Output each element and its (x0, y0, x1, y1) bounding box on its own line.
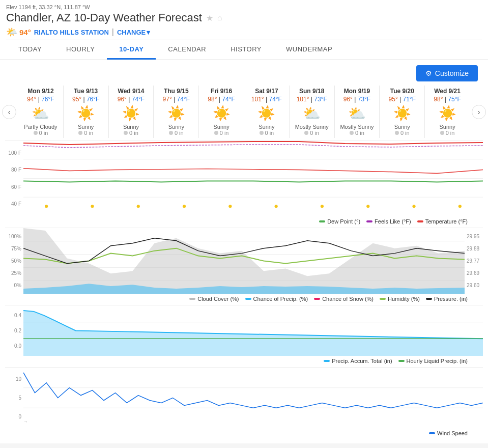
weather-icon: 🌤️ (6, 26, 17, 38)
day-temps: 101° | 74°F (245, 96, 288, 103)
temperature-chart-section: 100 F 80 F 60 F 40 F (0, 140, 488, 227)
precip-dot (124, 131, 128, 135)
day-desc: Sunny (426, 124, 469, 130)
precip-dot (34, 131, 38, 135)
day-precip: 0 in (65, 130, 107, 136)
tab-history[interactable]: HISTORY (218, 40, 274, 60)
day-desc: Sunny (65, 124, 107, 130)
day-col-4: Fri 9/16 98° | 74°F ☀️ Sunny 0 in (198, 86, 244, 138)
legend-color (319, 220, 325, 222)
day-col-9: Wed 9/21 98° | 75°F ☀️ Sunny 0 in (424, 86, 470, 138)
gear-icon: ⚙ (425, 69, 432, 77)
temp-y-axis: 100 F 80 F 60 F 40 F (5, 141, 23, 216)
precip-dot (395, 131, 399, 135)
svg-point-12 (458, 205, 462, 208)
day-desc: Sunny (110, 124, 153, 130)
legend-color (324, 360, 330, 362)
day-temps: 98° | 74°F (200, 96, 243, 103)
tab-hourly[interactable]: HOURLY (54, 40, 107, 60)
forecast-days: Mon 9/12 94° | 76°F ⛅ Partly Cloudy 0 in… (0, 86, 488, 138)
next-arrow[interactable]: › (472, 105, 486, 119)
day-col-0: Mon 9/12 94° | 76°F ⛅ Partly Cloudy 0 in (18, 86, 63, 138)
day-temps: 94° | 76°F (19, 96, 62, 103)
wind-chart-svg: → (23, 368, 483, 428)
chevron-down-icon: ▾ (147, 29, 150, 36)
legend-color (366, 220, 372, 222)
customize-button[interactable]: ⚙ Customize (416, 65, 478, 81)
day-icon: ☀️ (155, 105, 197, 122)
svg-point-6 (183, 205, 186, 208)
day-desc: Mostly Sunny (336, 124, 379, 130)
day-desc: Sunny (155, 124, 197, 130)
precip-dot (214, 131, 218, 135)
legend-item: Cloud Cover (%) (189, 296, 239, 302)
day-precip: 0 in (155, 130, 197, 136)
day-icon: ⛅ (291, 105, 333, 122)
svg-point-9 (321, 205, 324, 208)
day-icon: ☀️ (200, 105, 243, 122)
day-col-2: Wed 9/14 96° | 74°F ☀️ Sunny 0 in (108, 86, 154, 138)
day-temps: 98° | 75°F (426, 96, 469, 103)
day-precip: 0 in (245, 130, 288, 136)
svg-text:→: → (23, 419, 27, 424)
wind-chart-section: 10 5 0 → Wind Speed (0, 367, 488, 438)
precip-chart-svg (23, 305, 483, 356)
precip-dot (440, 131, 444, 135)
day-label: Mon 9/12 (19, 88, 62, 95)
temp-chart-legend: Dew Point (°)Feels Like (°F)Temperature … (5, 216, 483, 227)
day-col-7: Mon 9/19 96° | 73°F ⛅ Mostly Sunny 0 in (334, 86, 380, 138)
day-temps: 95° | 76°F (65, 96, 107, 103)
legend-color (417, 220, 423, 222)
day-precip: 0 in (381, 130, 423, 136)
svg-marker-21 (23, 311, 483, 356)
precip-dot (260, 131, 264, 135)
day-col-8: Tue 9/20 95° | 71°F ☀️ Sunny 0 in (379, 86, 424, 138)
day-precip: 0 in (19, 130, 62, 136)
day-label: Sun 9/18 (291, 88, 333, 95)
day-label: Tue 9/13 (65, 88, 107, 95)
day-precip: 0 in (200, 130, 243, 136)
day-label: Mon 9/19 (336, 88, 379, 95)
day-desc: Sunny (381, 124, 423, 130)
day-icon: ☀️ (426, 105, 469, 122)
day-temps: 96° | 74°F (110, 96, 153, 103)
svg-point-4 (91, 205, 94, 208)
day-label: Sat 9/17 (245, 88, 288, 95)
home-icon[interactable]: ⌂ (217, 13, 222, 22)
change-station-button[interactable]: CHANGE ▾ (117, 29, 150, 36)
day-desc: Sunny (245, 124, 288, 130)
wind-y-axis: 10 5 0 (5, 368, 23, 428)
tab-wundermap[interactable]: WUNDERMAP (274, 40, 345, 60)
tab-today[interactable]: TODAY (6, 40, 54, 60)
day-temps: 101° | 73°F (291, 96, 333, 103)
favorite-icon[interactable]: ★ (206, 13, 213, 23)
day-icon: ☀️ (65, 105, 107, 122)
legend-color (429, 432, 435, 434)
tab-10day[interactable]: 10-DAY (107, 40, 156, 60)
legend-item: Wind Speed (429, 430, 468, 436)
station-name[interactable]: RIALTO HILLS STATION (34, 29, 109, 36)
day-icon: ⛅ (336, 105, 379, 122)
day-desc: Sunny (200, 124, 243, 130)
day-col-6: Sun 9/18 101° | 73°F ⛅ Mostly Sunny 0 in (289, 86, 334, 138)
day-desc: Mostly Sunny (291, 124, 333, 130)
prev-arrow[interactable]: ‹ (2, 105, 16, 119)
cloud-y-axis-right: 29.95 29.88 29.77 29.69 29.60 (465, 228, 483, 294)
cloud-chart-svg (23, 228, 465, 294)
day-temps: 95° | 71°F (381, 96, 423, 103)
day-label: Tue 9/20 (381, 88, 423, 95)
svg-point-11 (412, 205, 415, 208)
precip-dot (304, 131, 308, 135)
day-precip: 0 in (110, 130, 153, 136)
wind-chart-legend: Wind Speed (5, 428, 483, 438)
page-title: Chandler, AZ 10-Day Weather Forecast (6, 11, 202, 24)
svg-point-8 (275, 205, 278, 208)
legend-item: Pressure. (in) (426, 296, 468, 302)
cloud-chart-section: 100% 75% 50% 25% 0% 29.95 29.88 29.77 29… (0, 228, 488, 304)
day-col-1: Tue 9/13 95° | 76°F ☀️ Sunny 0 in (63, 86, 108, 138)
day-precip: 0 in (336, 130, 379, 136)
day-temps: 96° | 73°F (336, 96, 379, 103)
day-precip: 0 in (426, 130, 469, 136)
day-desc: Partly Cloudy (19, 124, 62, 130)
tab-calendar[interactable]: CALENDAR (156, 40, 218, 60)
